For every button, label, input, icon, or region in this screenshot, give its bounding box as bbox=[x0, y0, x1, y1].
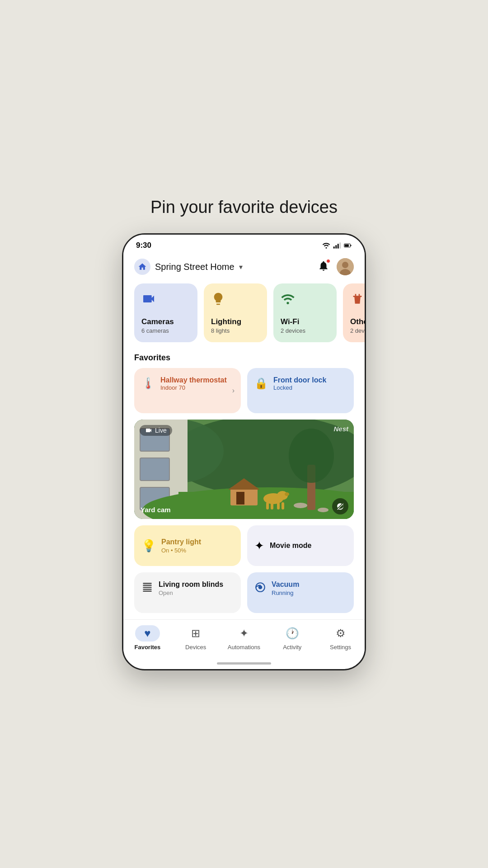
live-badge: Live bbox=[140, 425, 172, 436]
svg-rect-17 bbox=[140, 458, 169, 481]
nav-settings[interactable]: ⚙ Settings bbox=[316, 625, 365, 651]
favorites-row: 🌡️ Hallway thermostat Indoor 70 › 🔒 Fron… bbox=[123, 366, 365, 420]
page-title: Pin your favorite devices bbox=[150, 198, 338, 217]
favorites-nav-label: Favorites bbox=[134, 644, 160, 651]
frontdoor-card[interactable]: 🔒 Front door lock Locked bbox=[247, 368, 354, 413]
svg-rect-37 bbox=[143, 587, 152, 588]
category-extra[interactable]: Other 2 devices bbox=[343, 283, 365, 342]
svg-rect-29 bbox=[277, 502, 280, 509]
blinds-icon bbox=[141, 581, 153, 596]
nav-automations[interactable]: ✦ Automations bbox=[220, 625, 268, 651]
vacuum-info: Vacuum Running bbox=[272, 580, 299, 596]
plug-svg-icon bbox=[350, 292, 365, 306]
wifi-status-icon bbox=[322, 241, 330, 250]
frontdoor-sub: Locked bbox=[273, 384, 326, 391]
pantry-light-icon: 💡 bbox=[141, 539, 156, 553]
wifi-label: Wi-Fi bbox=[281, 317, 329, 326]
svg-rect-1 bbox=[333, 246, 335, 249]
category-wifi[interactable]: Wi-Fi 2 devices bbox=[273, 283, 337, 342]
mute-button[interactable] bbox=[332, 498, 348, 514]
cameras-count: 6 cameras bbox=[141, 327, 190, 334]
movie-mode-info: Movie mode bbox=[270, 542, 311, 550]
svg-rect-4 bbox=[339, 242, 341, 249]
category-lighting[interactable]: Lighting 8 lights bbox=[204, 283, 267, 342]
movie-mode-icon: ✦ bbox=[254, 539, 264, 553]
svg-point-34 bbox=[318, 508, 328, 512]
nav-devices[interactable]: ⊞ Devices bbox=[172, 625, 220, 651]
automations-nav-icon-wrap: ✦ bbox=[230, 625, 258, 642]
signal-icon bbox=[333, 241, 341, 250]
pantry-light-info: Pantry light On • 50% bbox=[161, 538, 201, 554]
thermostat-chevron-icon: › bbox=[232, 387, 235, 395]
extra-label: Other bbox=[350, 317, 365, 326]
svg-rect-36 bbox=[143, 585, 152, 586]
category-cameras[interactable]: Cameras 6 cameras bbox=[134, 283, 197, 342]
cameras-label: Cameras bbox=[141, 317, 190, 326]
wifi-icon bbox=[281, 292, 329, 308]
avatar[interactable] bbox=[337, 258, 354, 275]
favorites-nav-icon: ♥ bbox=[144, 627, 150, 640]
notification-dot bbox=[326, 259, 330, 263]
camera-name-label: Yard cam bbox=[141, 506, 171, 514]
movie-mode-name: Movie mode bbox=[270, 542, 311, 550]
blinds-info: Living room blinds Open bbox=[159, 580, 223, 596]
blinds-sub: Open bbox=[159, 590, 223, 596]
home-name: Spring Street Home bbox=[155, 262, 235, 272]
pantry-light-name: Pantry light bbox=[161, 538, 201, 546]
activity-nav-icon-wrap: 🕐 bbox=[277, 625, 308, 642]
bottom-nav: ♥ Favorites ⊞ Devices ✦ Automations 🕐 Ac… bbox=[123, 619, 365, 660]
phone-frame: 9:30 bbox=[122, 233, 366, 670]
mute-icon bbox=[336, 502, 344, 510]
svg-rect-7 bbox=[345, 244, 349, 246]
user-avatar-icon bbox=[337, 258, 354, 275]
camera-record-icon bbox=[145, 427, 152, 434]
frontdoor-info: Front door lock Locked bbox=[273, 376, 326, 391]
svg-rect-39 bbox=[143, 591, 152, 592]
svg-rect-30 bbox=[282, 502, 284, 509]
main-scroll: Favorites 🌡️ Hallway thermostat Indoor 7… bbox=[123, 349, 365, 619]
svg-rect-28 bbox=[271, 502, 273, 509]
devices-nav-label: Devices bbox=[185, 644, 206, 651]
camera-feed[interactable]: Live Nest Yard cam bbox=[134, 420, 354, 519]
chevron-down-icon: ▾ bbox=[239, 263, 243, 271]
svg-point-9 bbox=[342, 262, 348, 268]
automations-nav-icon: ✦ bbox=[239, 627, 249, 640]
blinds-card[interactable]: Living room blinds Open bbox=[134, 572, 241, 613]
favorites-row-2: 💡 Pantry light On • 50% ✦ Movie mode bbox=[123, 525, 365, 572]
settings-nav-icon: ⚙ bbox=[336, 627, 346, 640]
settings-nav-icon-wrap: ⚙ bbox=[327, 625, 355, 642]
svg-rect-35 bbox=[143, 583, 152, 584]
settings-nav-label: Settings bbox=[330, 644, 351, 651]
notification-bell[interactable] bbox=[318, 260, 329, 274]
svg-rect-2 bbox=[335, 245, 337, 249]
nest-badge: Nest bbox=[333, 425, 348, 433]
lighting-label: Lighting bbox=[211, 317, 260, 326]
thermostat-card[interactable]: 🌡️ Hallway thermostat Indoor 70 › bbox=[134, 368, 241, 413]
svg-point-11 bbox=[286, 302, 289, 304]
nav-activity[interactable]: 🕐 Activity bbox=[268, 625, 316, 651]
vacuum-sub: Running bbox=[272, 590, 299, 596]
cameras-icon bbox=[141, 292, 190, 308]
svg-point-26 bbox=[285, 492, 289, 496]
lighting-count: 8 lights bbox=[211, 327, 260, 334]
frontdoor-lock-icon: 🔒 bbox=[254, 377, 268, 390]
extra-icon bbox=[350, 292, 365, 308]
vacuum-card[interactable]: Vacuum Running bbox=[247, 572, 354, 613]
svg-point-32 bbox=[289, 429, 334, 483]
devices-nav-icon-wrap: ⊞ bbox=[182, 625, 209, 642]
automations-nav-label: Automations bbox=[228, 644, 260, 651]
pantry-light-card[interactable]: 💡 Pantry light On • 50% bbox=[134, 525, 241, 566]
device-categories: Cameras 6 cameras Lighting 8 lights bbox=[123, 282, 365, 349]
lighting-svg-icon bbox=[211, 292, 225, 306]
activity-nav-label: Activity bbox=[283, 644, 301, 651]
home-selector[interactable]: Spring Street Home ▾ bbox=[134, 259, 243, 275]
home-icon bbox=[134, 259, 150, 275]
movie-mode-card[interactable]: ✦ Movie mode bbox=[247, 525, 354, 566]
pantry-light-sub: On • 50% bbox=[161, 547, 201, 554]
blinds-svg-icon bbox=[141, 581, 153, 593]
battery-icon bbox=[344, 241, 352, 250]
lighting-icon bbox=[211, 292, 260, 308]
live-label: Live bbox=[155, 427, 167, 434]
nav-favorites[interactable]: ♥ Favorites bbox=[123, 625, 172, 651]
thermostat-icon: 🌡️ bbox=[141, 377, 155, 390]
